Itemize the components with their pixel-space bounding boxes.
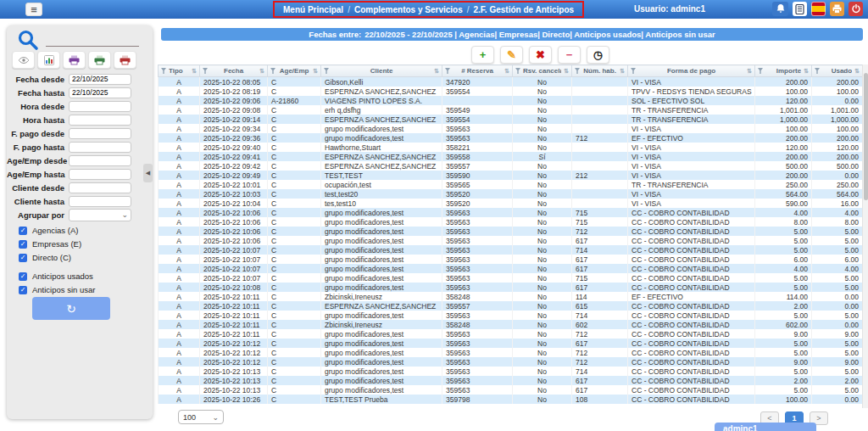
field-input-cliente-desde[interactable] (69, 182, 131, 193)
breadcrumb-menu-principal[interactable]: Menú Principal (283, 5, 343, 14)
field-input-age-emp-hasta[interactable] (69, 169, 131, 180)
table-row[interactable]: A2025-10-22 09:34Cgrupo modificadores,te… (159, 124, 863, 133)
table-row[interactable]: A2025-10-22 10:06Cgrupo modificadores,te… (159, 227, 863, 236)
sidebar-collapse-handle[interactable]: ◀ (143, 164, 153, 182)
table-row[interactable]: A2025-10-22 10:06Cgrupo modificadores,te… (159, 208, 863, 217)
table-row[interactable]: A2025-10-22 10:06Cgrupo modificadores,te… (159, 217, 863, 227)
breadcrumb-complementos[interactable]: Complementos y Servicios (354, 5, 463, 14)
table-row[interactable]: A2025-10-22 10:07Cgrupo modificadores,te… (159, 273, 863, 283)
filter-funnel-icon[interactable] (515, 68, 520, 74)
export-green-button[interactable] (88, 51, 111, 69)
edit-button[interactable]: ✎ (500, 46, 523, 64)
filter-funnel-icon[interactable] (575, 68, 580, 74)
table-row[interactable]: A2025-10-22 10:06Cgrupo modificadores,te… (159, 236, 863, 245)
table-row[interactable]: A2025-10-22 10:12Cgrupo modificadores,te… (159, 339, 863, 348)
checkbox-directo-c[interactable]: ✓ (19, 254, 27, 262)
filter-funnel-icon[interactable] (161, 68, 166, 74)
scrollbar-thumb[interactable] (864, 73, 868, 200)
filter-funnel-icon[interactable] (445, 68, 450, 74)
sort-icon[interactable]: ⇅ (854, 68, 860, 75)
hamburger-menu-button[interactable]: ≡ (25, 3, 42, 16)
table-row[interactable]: A2025-10-22 10:12Cgrupo modificadores,te… (159, 348, 863, 357)
checkbox-agencias-a[interactable]: ✓ (19, 227, 27, 235)
table-scrollbar[interactable] (862, 64, 868, 408)
checkbox-anticipos-sin-usar[interactable]: ✓ (19, 286, 27, 294)
search-input[interactable] (46, 32, 139, 47)
filter-funnel-icon[interactable] (324, 68, 329, 74)
filter-funnel-icon[interactable] (203, 68, 208, 74)
table-row[interactable]: A2025-10-22 10:11CZbicinski,Ireneusz3582… (159, 320, 863, 329)
column-header-fecha[interactable]: Fecha⇅ (200, 65, 268, 77)
table-row[interactable]: A2025-10-22 10:07Cgrupo modificadores,te… (159, 245, 863, 255)
sort-icon[interactable]: ⇅ (620, 68, 625, 75)
table-row[interactable]: A2025-10-22 10:11Cgrupo modificadores,te… (159, 311, 863, 320)
column-header-usado[interactable]: Usado⇅ (812, 65, 863, 77)
remove-button[interactable]: − (558, 46, 581, 64)
checkbox-row-anticipos-sin-usar[interactable]: ✓Anticipos sin usar (19, 283, 95, 296)
breadcrumb-gestion-anticipos[interactable]: 2.F. Gestión de Anticipos (474, 5, 575, 14)
table-row[interactable]: A2025-10-22 09:42CESPERNZA SANCHEZ,SANCH… (159, 161, 863, 171)
checkbox-anticipos-usados[interactable]: ✓ (19, 272, 27, 281)
table-row[interactable]: A2025-10-22 10:04Ctes,test10359520NoVI -… (159, 199, 863, 208)
column-header-forma-de-pago[interactable]: Forma de pago⇅ (628, 65, 755, 77)
column-header-reserva[interactable]: # Reserva⇅ (442, 65, 513, 77)
table-row[interactable]: A2025-10-22 09:06A-21860VIAGENS PINTO LO… (159, 96, 863, 105)
checkbox-row-empresas-e[interactable]: ✓Empresas (E) (19, 238, 81, 250)
filter-funnel-icon[interactable] (631, 68, 636, 74)
table-row[interactable]: A2025-10-22 10:13Cgrupo modificadores,te… (159, 376, 863, 385)
add-button[interactable]: + (471, 46, 494, 64)
table-row[interactable]: A2025-10-22 08:05CGibson,Kelli347920NoVI… (159, 77, 863, 87)
table-row[interactable]: A2025-10-22 10:07Cgrupo modificadores,te… (159, 255, 863, 264)
table-row[interactable]: A2025-10-22 09:49CTEST,TEST359590No212VI… (159, 171, 863, 180)
field-input-fecha-desde[interactable] (69, 74, 131, 85)
table-row[interactable]: A2025-10-22 10:11Cgrupo modificadores,te… (159, 329, 863, 339)
column-header-cliente[interactable]: Cliente⇅ (321, 65, 442, 77)
column-header-age-emp[interactable]: Age/Emp⇅ (268, 65, 321, 77)
table-row[interactable]: A2025-10-22 10:01Cocupación,test359565No… (159, 180, 863, 189)
column-header-importe[interactable]: Importe⇅ (755, 65, 812, 77)
table-row[interactable]: A2025-10-22 10:26CTEST,TEST Prueba359798… (159, 395, 863, 404)
delete-button[interactable]: ✖ (529, 46, 552, 64)
table-row[interactable]: A2025-10-22 10:13Cgrupo modificadores,te… (159, 385, 863, 395)
table-row[interactable]: A2025-10-22 09:14CESPERNZA SANCHEZ,SANCH… (159, 115, 863, 124)
notifications-button[interactable] (772, 2, 788, 16)
table-row[interactable]: A2025-10-22 09:40CHawthorne,Stuart358221… (159, 143, 863, 152)
field-input-cliente-hasta[interactable] (69, 196, 131, 207)
print-purple-button[interactable] (63, 51, 86, 69)
table-row[interactable]: A2025-10-22 09:08Cerh q,dsfhg359549NoTR … (159, 105, 863, 115)
sort-icon[interactable]: ⇅ (259, 68, 264, 75)
sort-icon[interactable]: ⇅ (504, 68, 509, 75)
checkbox-row-directo-c[interactable]: ✓Directo (C) (19, 251, 81, 264)
field-input-hora-hasta[interactable] (69, 115, 131, 126)
filter-funnel-icon[interactable] (815, 68, 820, 74)
checkbox-row-anticipos-usados[interactable]: ✓Anticipos usados (19, 270, 95, 283)
field-input-age-emp-desde[interactable] (69, 155, 131, 166)
column-header-n-m-hab[interactable]: Núm. hab.⇅ (572, 65, 628, 77)
field-select-agrupar-por[interactable]: ⌄ (69, 209, 131, 221)
table-row[interactable]: A2025-10-22 08:19CESPERNZA SANCHEZ,SANCH… (159, 87, 863, 96)
page-size-select[interactable]: 100 ⌄ (178, 410, 224, 424)
logout-button[interactable] (849, 2, 863, 16)
column-header-rsv-cancelada[interactable]: Rsv. cancelada⇅ (513, 65, 572, 77)
history-button[interactable]: ◷ (587, 46, 609, 64)
refresh-button[interactable]: ↻ (32, 297, 110, 320)
sort-icon[interactable]: ⇅ (804, 68, 809, 75)
table-row[interactable]: A2025-10-22 09:41CESPERNZA SANCHEZ,SANCH… (159, 152, 863, 161)
filter-funnel-icon[interactable] (270, 68, 275, 74)
table-row[interactable]: A2025-10-22 10:08Cgrupo modificadores,te… (159, 283, 863, 292)
preview-button[interactable] (12, 51, 35, 69)
field-input-f-pago-desde[interactable] (69, 128, 131, 139)
table-row[interactable]: A2025-10-22 10:12Cgrupo modificadores,te… (159, 357, 863, 367)
table-row[interactable]: A2025-10-22 10:03Ctest,test20359520NoVI … (159, 189, 863, 199)
print-button[interactable] (830, 2, 844, 16)
excel-export-button[interactable] (37, 51, 60, 69)
checkbox-empresas-e[interactable]: ✓ (19, 240, 27, 249)
checkbox-row-agencias-a[interactable]: ✓Agencias (A) (19, 224, 81, 237)
field-input-hora-desde[interactable] (69, 101, 131, 112)
field-input-fecha-hasta[interactable] (69, 87, 131, 98)
table-row[interactable]: A2025-10-22 10:07Cgrupo modificadores,te… (159, 264, 863, 273)
sort-icon[interactable]: ⇅ (564, 68, 569, 75)
language-flag-button[interactable] (811, 2, 826, 16)
filter-funnel-icon[interactable] (758, 68, 763, 74)
table-row[interactable]: A2025-10-22 10:11CZbicinski,Ireneusz3582… (159, 292, 863, 301)
